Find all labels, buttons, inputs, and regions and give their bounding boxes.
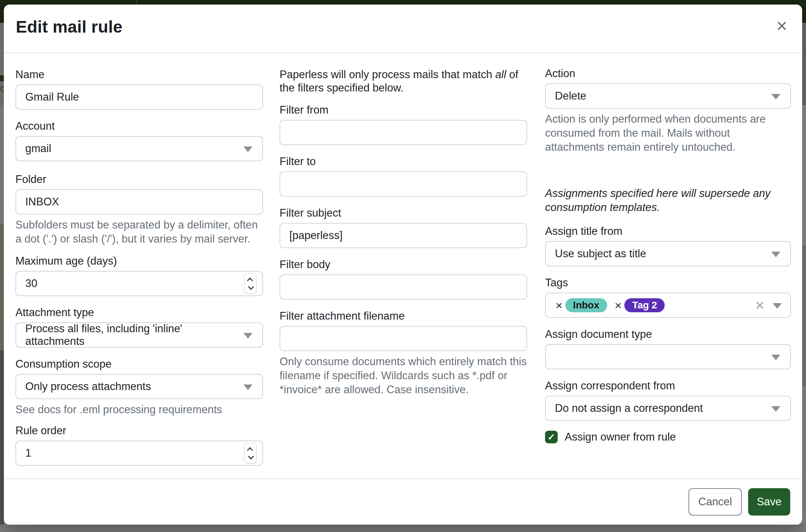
action-select[interactable]: Delete bbox=[545, 83, 791, 109]
chevron-down-icon[interactable] bbox=[771, 406, 780, 412]
chevron-down-icon[interactable] bbox=[771, 252, 780, 257]
dialog-header: Edit mail rule × bbox=[4, 5, 802, 53]
filter-to-input[interactable] bbox=[280, 172, 526, 196]
remove-tag-icon[interactable]: × bbox=[612, 299, 625, 311]
chevron-down-icon[interactable] bbox=[243, 333, 253, 339]
assign-title-from-label: Assign title from bbox=[545, 225, 791, 238]
stepper-up-icon[interactable] bbox=[247, 277, 253, 283]
folder-label: Folder bbox=[15, 173, 263, 186]
field-filter-body: Filter body bbox=[280, 258, 527, 300]
background-navbar-divider bbox=[136, 0, 137, 5]
field-tags: Tags × Inbox × Tag 2 × bbox=[545, 277, 791, 318]
consumption-scope-label: Consumption scope bbox=[15, 358, 263, 370]
consumption-scope-select[interactable]: Only process attachments bbox=[15, 374, 263, 399]
chevron-down-icon[interactable] bbox=[243, 146, 253, 152]
max-age-label: Maximum age (days) bbox=[15, 255, 263, 267]
attachment-type-select[interactable]: Process all files, including 'inline' at… bbox=[15, 322, 263, 348]
tag-chip[interactable]: Inbox bbox=[565, 298, 607, 312]
background-left-edge: d bbox=[0, 23, 4, 532]
field-folder: Folder Subfolders must be separated by a… bbox=[15, 173, 263, 246]
filter-from-input[interactable] bbox=[280, 121, 526, 144]
chevron-down-icon[interactable] bbox=[771, 94, 780, 100]
save-button[interactable]: Save bbox=[748, 488, 790, 516]
field-assign-correspondent-from: Assign correspondent from Do not assign … bbox=[545, 380, 791, 421]
stepper-down-icon[interactable] bbox=[248, 284, 254, 290]
background-right-edge bbox=[802, 23, 806, 532]
filter-body-input[interactable] bbox=[280, 275, 526, 299]
filter-subject-input[interactable] bbox=[280, 224, 526, 247]
filter-attachment-filename-label: Filter attachment filename bbox=[280, 310, 527, 322]
filter-to-label: Filter to bbox=[280, 155, 527, 168]
field-filter-subject: Filter subject bbox=[280, 207, 527, 248]
chevron-down-icon[interactable] bbox=[243, 384, 253, 390]
max-age-input[interactable] bbox=[16, 272, 262, 295]
background-bottom-edge bbox=[0, 525, 806, 532]
cancel-button[interactable]: Cancel bbox=[689, 488, 742, 516]
chevron-down-icon[interactable] bbox=[771, 355, 780, 360]
remove-tag-icon[interactable]: × bbox=[553, 299, 565, 311]
assign-correspondent-from-select[interactable]: Do not assign a correspondent bbox=[545, 396, 791, 421]
stepper-up-icon[interactable] bbox=[247, 447, 253, 453]
name-input[interactable] bbox=[16, 85, 262, 109]
action-value: Delete bbox=[555, 90, 586, 102]
field-name: Name bbox=[15, 68, 263, 110]
stepper-down-icon[interactable] bbox=[248, 453, 254, 459]
background-partial-text: d bbox=[0, 82, 4, 95]
action-help: Action is only performed when documents … bbox=[545, 112, 791, 154]
account-label: Account bbox=[15, 120, 263, 132]
assign-title-from-select[interactable]: Use subject as title bbox=[545, 241, 791, 266]
folder-help: Subfolders must be separated by a delimi… bbox=[15, 218, 263, 246]
assign-title-from-value: Use subject as title bbox=[555, 247, 646, 260]
field-action: Action Delete Action is only performed w… bbox=[545, 67, 791, 154]
field-assign-title-from: Assign title from Use subject as title bbox=[545, 225, 791, 266]
attachment-type-value: Process all files, including 'inline' at… bbox=[25, 322, 238, 348]
column-general: Name Account gmail Folder Subfolders mus… bbox=[15, 53, 263, 476]
assign-document-type-label: Assign document type bbox=[545, 328, 791, 341]
action-label: Action bbox=[545, 67, 791, 80]
assign-correspondent-from-label: Assign correspondent from bbox=[545, 380, 791, 392]
number-stepper[interactable] bbox=[244, 443, 257, 463]
rule-order-label: Rule order bbox=[15, 424, 263, 437]
account-value: gmail bbox=[25, 142, 51, 155]
account-select[interactable]: gmail bbox=[15, 136, 263, 161]
field-filter-attachment-filename: Filter attachment filename Only consume … bbox=[280, 310, 527, 397]
tags-label: Tags bbox=[545, 277, 791, 289]
tag-chip[interactable]: Tag 2 bbox=[624, 298, 665, 312]
rule-order-input[interactable] bbox=[16, 441, 262, 465]
assignments-note: Assignments specified here will supersed… bbox=[545, 186, 791, 214]
dialog-footer: Cancel Save bbox=[4, 478, 802, 525]
chevron-down-icon[interactable] bbox=[773, 303, 782, 309]
field-account: Account gmail bbox=[15, 120, 263, 161]
field-max-age: Maximum age (days) bbox=[15, 255, 263, 296]
dialog-title: Edit mail rule bbox=[16, 17, 122, 36]
field-attachment-type: Attachment type Process all files, inclu… bbox=[15, 306, 263, 348]
field-rule-order: Rule order bbox=[15, 424, 263, 466]
consumption-scope-value: Only process attachments bbox=[25, 380, 151, 393]
number-stepper[interactable] bbox=[244, 273, 257, 294]
clear-tags-icon[interactable]: × bbox=[755, 298, 764, 313]
column-actions: Action Delete Action is only performed w… bbox=[545, 53, 791, 443]
field-filter-from: Filter from bbox=[280, 104, 527, 145]
folder-input[interactable] bbox=[16, 190, 262, 214]
field-filter-to: Filter to bbox=[280, 155, 527, 197]
column-filters: Paperless will only process mails that m… bbox=[280, 53, 527, 407]
filter-subject-label: Filter subject bbox=[280, 207, 527, 219]
field-assign-document-type: Assign document type bbox=[545, 328, 791, 369]
assign-correspondent-from-value: Do not assign a correspondent bbox=[555, 402, 703, 415]
assign-document-type-select[interactable] bbox=[545, 344, 791, 369]
assign-owner-row: ✓ Assign owner from rule bbox=[545, 431, 791, 443]
close-icon[interactable]: × bbox=[771, 14, 793, 37]
assign-owner-checkbox[interactable]: ✓ bbox=[545, 431, 558, 443]
edit-mail-rule-dialog: Edit mail rule × Name Account gmail Fold… bbox=[4, 5, 802, 525]
filter-attachment-filename-help: Only consume documents which entirely ma… bbox=[280, 355, 527, 397]
field-consumption-scope: Consumption scope Only process attachmen… bbox=[15, 358, 263, 417]
assign-owner-label: Assign owner from rule bbox=[565, 431, 676, 443]
attachment-type-label: Attachment type bbox=[15, 306, 263, 319]
consumption-scope-help: See docs for .eml processing requirement… bbox=[15, 403, 263, 417]
tags-select[interactable]: × Inbox × Tag 2 × bbox=[545, 293, 791, 318]
name-label: Name bbox=[15, 68, 263, 81]
filter-body-label: Filter body bbox=[280, 258, 527, 271]
filters-intro: Paperless will only process mails that m… bbox=[280, 68, 527, 95]
filter-attachment-filename-input[interactable] bbox=[280, 327, 526, 350]
filter-from-label: Filter from bbox=[280, 104, 527, 116]
